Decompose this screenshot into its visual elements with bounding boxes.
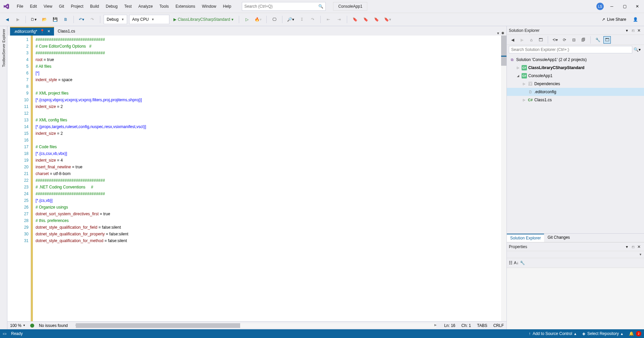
- undo-button[interactable]: ↶▾: [77, 15, 86, 24]
- live-share-button[interactable]: ↗ Live Share 👤: [598, 17, 641, 22]
- collapsed-panel-toolbox[interactable]: Toolbox: [2, 54, 6, 67]
- panel-dropdown-icon[interactable]: ▾: [624, 244, 630, 249]
- bookmark-clear-button[interactable]: 🔖▾: [383, 15, 392, 24]
- menu-build[interactable]: Build: [87, 2, 103, 11]
- menu-window[interactable]: Window: [199, 2, 220, 11]
- add-source-control-button[interactable]: ↑ Add to Source Control ▴: [529, 331, 576, 336]
- step-over-button[interactable]: ↷: [308, 15, 317, 24]
- document-tab[interactable]: .editorconfig*📍✕: [10, 27, 54, 36]
- platform-combo[interactable]: Any CPU▼: [129, 15, 169, 24]
- close-tab-icon[interactable]: ✕: [47, 29, 50, 34]
- alphabetical-icon[interactable]: A↓: [514, 261, 519, 265]
- notifications-button[interactable]: 🔔2: [629, 331, 641, 336]
- se-forward-icon[interactable]: ▶: [518, 36, 526, 44]
- pin-icon[interactable]: 📍: [40, 29, 45, 34]
- properties-icon[interactable]: 🔧: [594, 36, 601, 44]
- select-repository-button[interactable]: ◈ Select Repository ▴: [582, 331, 623, 336]
- horizontal-scrollbar[interactable]: ◀▶: [76, 323, 436, 328]
- panel-tab[interactable]: Git Changes: [544, 234, 573, 242]
- menu-analyze[interactable]: Analyze: [135, 2, 156, 11]
- tree-item[interactable]: ▷C#ClassLibraryCSharpStandard: [507, 64, 644, 72]
- nav-back-button[interactable]: ◀: [3, 15, 11, 24]
- expand-icon[interactable]: ▷: [522, 98, 526, 102]
- menu-file[interactable]: File: [13, 2, 26, 11]
- bookmark-next-button[interactable]: 🔖: [372, 15, 381, 24]
- menu-test[interactable]: Test: [121, 2, 135, 11]
- menu-tools[interactable]: Tools: [156, 2, 172, 11]
- solution-explorer-tabs: Solution ExplorerGit Changes: [507, 233, 644, 242]
- preview-icon[interactable]: 🗔: [603, 36, 611, 44]
- refresh-icon[interactable]: ⟳: [561, 36, 568, 44]
- tree-item[interactable]: ◢C#ConsoleApp1: [507, 72, 644, 80]
- panel-dropdown-icon[interactable]: ▾: [624, 28, 630, 33]
- se-search-input[interactable]: [509, 46, 632, 53]
- collapsed-panel-server-explorer[interactable]: Server Explorer: [2, 29, 6, 54]
- menu-git[interactable]: Git: [56, 2, 67, 11]
- tab-overflow-icon[interactable]: ▾: [497, 31, 499, 36]
- tabs-mode-label: TABS: [477, 323, 487, 328]
- panel-tab[interactable]: Solution Explorer: [507, 234, 544, 242]
- search-input[interactable]: [244, 4, 318, 9]
- zoom-combo[interactable]: 100 %▼: [10, 323, 25, 328]
- panel-close-icon[interactable]: ✕: [636, 244, 642, 249]
- right-dock: Solution Explorer ▾ ⏍ ✕ ◀ ▶ ⌂ 🗔 ⟲▾ ⟳ ⊟ 🗐…: [506, 26, 644, 329]
- pin-icon[interactable]: ⏍: [630, 244, 636, 249]
- bookmark-prev-button[interactable]: 🔖: [361, 15, 370, 24]
- switch-views-icon[interactable]: 🗔: [537, 36, 544, 44]
- tree-item[interactable]: ▷⿴Dependencies: [507, 80, 644, 88]
- search-box[interactable]: 🔍: [242, 2, 326, 11]
- categorized-icon[interactable]: ☷: [509, 261, 513, 265]
- wrench-icon[interactable]: 🔧: [520, 261, 525, 265]
- sync-icon[interactable]: ⟲▾: [551, 36, 559, 44]
- expand-icon[interactable]: ◢: [516, 74, 520, 77]
- menu-debug[interactable]: Debug: [102, 2, 121, 11]
- vertical-scrollbar[interactable]: [501, 36, 506, 321]
- expand-icon[interactable]: ▷: [516, 66, 520, 69]
- hot-reload-button[interactable]: 🔥▾: [253, 15, 263, 24]
- nav-forward-button[interactable]: ▶: [13, 15, 22, 24]
- feedback-icon[interactable]: 👤: [633, 17, 638, 22]
- step-into-button[interactable]: ↧: [298, 15, 306, 24]
- code-editor[interactable]: ################################ Core Ed…: [33, 36, 501, 321]
- close-button[interactable]: ✕: [633, 2, 642, 11]
- solution-explorer-search[interactable]: 🔍▾: [507, 45, 644, 54]
- tab-settings-icon[interactable]: ✹: [501, 31, 504, 36]
- user-badge[interactable]: LS: [596, 3, 604, 10]
- maximize-button[interactable]: ▢: [620, 2, 629, 11]
- redo-button[interactable]: ↷: [88, 15, 97, 24]
- solution-tree[interactable]: ⧉ Solution 'ConsoleApp1' (2 of 2 project…: [507, 54, 644, 233]
- panel-close-icon[interactable]: ✕: [636, 28, 642, 33]
- menu-edit[interactable]: Edit: [26, 2, 40, 11]
- outdent-button[interactable]: ⇤: [324, 15, 333, 24]
- menu-extensions[interactable]: Extensions: [172, 2, 199, 11]
- bookmark-button[interactable]: 🔖: [351, 15, 359, 24]
- document-tab[interactable]: Class1.cs: [54, 27, 79, 36]
- menu-help[interactable]: Help: [220, 2, 235, 11]
- properties-header: Properties ▾ ⏍ ✕: [507, 242, 644, 251]
- save-all-button[interactable]: 🗎: [61, 15, 70, 24]
- show-all-icon[interactable]: 🗐: [580, 36, 587, 44]
- expand-icon[interactable]: ▷: [522, 82, 526, 86]
- solution-root[interactable]: ⧉ Solution 'ConsoleApp1' (2 of 2 project…: [507, 56, 644, 64]
- save-button[interactable]: 💾: [51, 15, 59, 24]
- chevron-down-icon[interactable]: ▼: [639, 253, 642, 256]
- menu-view[interactable]: View: [40, 2, 56, 11]
- pin-icon[interactable]: ⏍: [630, 28, 636, 33]
- csharp-icon: C#: [528, 97, 533, 103]
- collapse-all-icon[interactable]: ⊟: [570, 36, 578, 44]
- minimize-button[interactable]: ─: [607, 2, 616, 11]
- open-button[interactable]: 📂: [40, 15, 49, 24]
- tree-item[interactable]: ▷C#Class1.cs: [507, 96, 644, 104]
- menu-project[interactable]: Project: [67, 2, 87, 11]
- new-project-button[interactable]: 🗋▾: [29, 15, 38, 24]
- start-without-debug-button[interactable]: ▷: [243, 15, 251, 24]
- indent-button[interactable]: ⇥: [335, 15, 343, 24]
- browser-link-button[interactable]: 🖵: [270, 15, 279, 24]
- se-back-icon[interactable]: ◀: [509, 36, 516, 44]
- start-debug-button[interactable]: ▶ ClassLibraryCSharpStandard ▾: [171, 15, 235, 24]
- home-icon[interactable]: ⌂: [528, 36, 535, 44]
- find-in-files-button[interactable]: 🔎▾: [286, 15, 296, 24]
- editor-area: .editorconfig*📍✕Class1.cs ▾ ✹ ⤢ 12345678…: [7, 26, 506, 329]
- tree-item[interactable]: 🗋.editorconfig: [507, 88, 644, 96]
- configuration-combo[interactable]: Debug▼: [104, 15, 127, 24]
